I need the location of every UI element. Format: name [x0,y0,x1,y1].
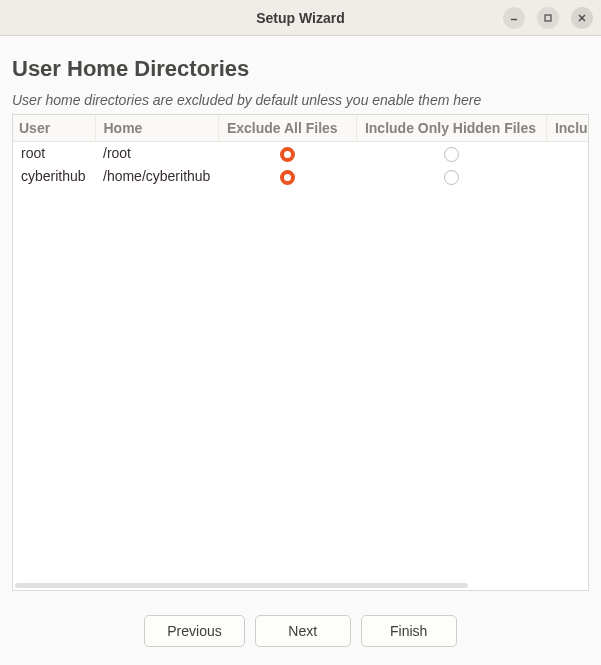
col-header-include-all[interactable]: Inclu [546,115,589,142]
titlebar: Setup Wizard [0,0,601,36]
table-container[interactable]: User Home Exclude All Files Include Only… [12,114,589,591]
cell-home: /home/cyberithub [95,165,218,188]
radio-exclude-all[interactable] [280,170,295,185]
cell-user: cyberithub [13,165,95,188]
col-header-home[interactable]: Home [95,115,218,142]
previous-button[interactable]: Previous [144,615,244,647]
finish-button[interactable]: Finish [361,615,457,647]
table-row[interactable]: cyberithub/home/cyberithub [13,165,589,188]
cell-include-hidden [356,142,546,165]
page-title: User Home Directories [12,56,589,82]
cell-user: root [13,142,95,165]
cell-include-hidden [356,165,546,188]
cell-home: /root [95,142,218,165]
minimize-button[interactable] [503,7,525,29]
horizontal-scrollbar[interactable] [15,583,468,588]
cell-include-all [546,165,589,188]
close-icon [577,13,587,23]
cell-include-all [546,142,589,165]
svg-rect-1 [545,15,551,21]
minimize-icon [509,13,519,23]
cell-exclude-all [218,142,356,165]
footer-buttons: Previous Next Finish [0,599,601,665]
col-header-include-hidden[interactable]: Include Only Hidden Files [356,115,546,142]
maximize-button[interactable] [537,7,559,29]
maximize-icon [543,13,553,23]
window-controls [503,7,593,29]
close-button[interactable] [571,7,593,29]
content-area: User Home Directories User home director… [0,36,601,599]
radio-exclude-all[interactable] [280,147,295,162]
col-header-user[interactable]: User [13,115,95,142]
radio-include-hidden[interactable] [444,170,459,185]
users-table: User Home Exclude All Files Include Only… [13,115,589,188]
cell-exclude-all [218,165,356,188]
radio-include-hidden[interactable] [444,147,459,162]
col-header-exclude-all[interactable]: Exclude All Files [218,115,356,142]
table-row[interactable]: root/root [13,142,589,165]
next-button[interactable]: Next [255,615,351,647]
page-subtitle: User home directories are excluded by de… [12,92,589,108]
